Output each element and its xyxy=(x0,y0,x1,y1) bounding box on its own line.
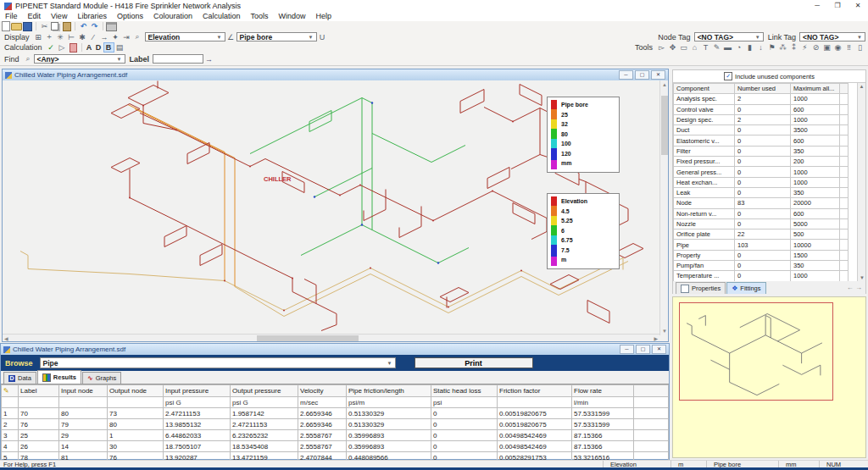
display-tool-icon[interactable]: ⁄ xyxy=(88,32,99,41)
results-row[interactable]: 2767980 13.98551322.472111532.66593460.5… xyxy=(2,419,669,430)
tool-icon[interactable]: ⊘ xyxy=(810,43,821,53)
overview-viewport[interactable] xyxy=(679,302,833,401)
results-row[interactable]: 4261430 18.750510718.53454082.55587670.3… xyxy=(2,441,669,452)
tool-icon[interactable]: ◉ xyxy=(832,43,843,53)
tab-results[interactable]: Results xyxy=(37,370,81,384)
display-tool-icon[interactable]: ✳ xyxy=(55,32,66,41)
menu-item[interactable]: Libraries xyxy=(72,12,112,21)
menu-item[interactable]: Window xyxy=(274,12,311,21)
undo-icon[interactable]: ↶ xyxy=(78,22,89,31)
tab-scroll-arrows[interactable]: ← → xyxy=(847,284,862,291)
results-col-header[interactable]: Input node xyxy=(59,385,108,397)
report-icon[interactable]: ▤ xyxy=(114,43,125,53)
menu-item[interactable]: Calculation xyxy=(198,12,246,21)
menu-item[interactable]: Edit xyxy=(23,12,47,21)
components-scrollbar[interactable]: ▲ ▼ xyxy=(857,83,865,281)
tool-icon[interactable]: ↓ xyxy=(755,43,766,53)
component-row[interactable]: Orifice plate22500 xyxy=(674,229,849,240)
close-button[interactable]: ✕ xyxy=(848,0,868,12)
tool-icon[interactable]: ▬ xyxy=(722,43,733,53)
units-button[interactable]: U xyxy=(317,32,328,41)
tool-icon[interactable]: ▻ xyxy=(656,43,667,53)
components-col-header[interactable]: Component xyxy=(674,84,735,94)
menu-item[interactable]: Tools xyxy=(246,12,274,21)
tab-fittings[interactable]: ❖ Fittings xyxy=(726,282,765,294)
tool-icon[interactable]: ⁑ xyxy=(788,43,799,53)
letter-button-b[interactable]: B xyxy=(103,42,114,53)
menu-item[interactable]: View xyxy=(46,12,72,21)
tool-icon[interactable]: ✥ xyxy=(667,43,678,53)
display-tool-icon[interactable]: ⇥ xyxy=(121,32,132,41)
tool-icon[interactable]: ⚡ xyxy=(799,43,810,53)
tab-data[interactable]: D Data xyxy=(3,372,36,384)
browse-combo[interactable]: Pipe▼ xyxy=(40,357,396,368)
drawing-canvas[interactable]: CHILLER Pipe bore 25 32 80 100 120 xyxy=(3,80,659,335)
component-row[interactable]: Property01500 xyxy=(674,250,849,260)
component-row[interactable]: Fixed pressur...0200 xyxy=(674,157,849,167)
canvas-vertical-scrollbar[interactable]: ▲ ▼ xyxy=(659,80,668,335)
display-tool-icon[interactable]: ✱ xyxy=(77,32,88,41)
link-tag-combo[interactable]: <NO TAG>▼ xyxy=(799,32,865,41)
menu-item[interactable]: Options xyxy=(112,12,148,21)
results-row[interactable]: 1708073 2.472111531.95871422.66593460.51… xyxy=(2,408,669,419)
label-input[interactable] xyxy=(153,54,203,64)
component-row[interactable]: Heat exchan...01000 xyxy=(674,177,849,187)
run-calculation-icon[interactable]: ▷ xyxy=(57,43,68,53)
copy-icon[interactable] xyxy=(50,22,61,31)
component-row[interactable]: Temperature ...01000 xyxy=(674,271,849,281)
include-unused-checkbox[interactable]: ✓ xyxy=(724,72,732,80)
search-icon[interactable]: ⌕ xyxy=(23,54,34,64)
results-maximize-button[interactable]: ▢ xyxy=(636,345,650,354)
results-col-header[interactable]: Output pressure xyxy=(231,385,298,397)
new-icon[interactable] xyxy=(0,22,11,31)
results-col-header[interactable]: Flow rate xyxy=(572,385,634,397)
display-tool-icon[interactable]: ＋ xyxy=(44,32,55,41)
component-row[interactable]: Filter0350 xyxy=(674,146,849,156)
component-row[interactable]: Control valve0600 xyxy=(674,104,849,114)
tool-icon[interactable]: ▭ xyxy=(678,43,689,53)
tab-graphs[interactable]: ∿ Graphs xyxy=(82,372,121,384)
results-minimize-button[interactable]: ─ xyxy=(620,345,634,354)
open-icon[interactable] xyxy=(11,22,22,31)
display-tool-icon[interactable]: ⊢ xyxy=(66,32,77,41)
colour-by-elevation-combo[interactable]: Elevation▼ xyxy=(145,32,225,41)
tool-icon[interactable]: ⁂ xyxy=(777,43,788,53)
display-tool-icon[interactable]: ✦ xyxy=(110,32,121,41)
minimize-button[interactable]: ─ xyxy=(807,0,827,12)
canvas-horizontal-scrollbar[interactable]: ◀ ▶ xyxy=(3,334,659,341)
component-row[interactable]: Nozzle05000 xyxy=(674,218,849,229)
component-row[interactable]: General press...01000 xyxy=(674,167,849,177)
angle-icon[interactable]: ∠ xyxy=(225,32,236,41)
tool-icon[interactable]: ⌂ xyxy=(689,43,700,53)
components-col-header[interactable]: Number used xyxy=(735,84,791,94)
tool-icon[interactable]: ▣ xyxy=(821,43,832,53)
display-tool-icon[interactable]: → xyxy=(99,32,110,41)
results-col-header[interactable]: Output node xyxy=(108,385,164,397)
drawing-close-button[interactable]: ✕ xyxy=(651,70,665,80)
letter-button-d[interactable]: D xyxy=(94,43,103,52)
results-close-button[interactable]: ✕ xyxy=(652,345,666,354)
go-find-icon[interactable]: → xyxy=(203,54,214,64)
delete-results-icon[interactable] xyxy=(68,43,79,53)
tool-icon[interactable]: ◔ xyxy=(733,43,744,53)
letter-button-a[interactable]: A xyxy=(85,43,94,52)
tool-icon[interactable]: ▯ xyxy=(854,43,865,53)
print-icon[interactable] xyxy=(106,22,117,31)
colour-by-pipebore-combo[interactable]: Pipe bore▼ xyxy=(236,32,317,41)
results-col-header[interactable]: Friction factor xyxy=(498,385,572,397)
component-row[interactable]: Design spec.21000 xyxy=(674,114,849,124)
component-row[interactable]: Leak0350 xyxy=(674,187,849,197)
tool-icon[interactable]: ‼ xyxy=(843,43,854,53)
tool-icon[interactable]: ⚑ xyxy=(766,43,777,53)
check-calculation-icon[interactable]: ✓ xyxy=(46,43,57,53)
find-type-combo[interactable]: <Any>▼ xyxy=(34,54,125,64)
results-col-header[interactable]: Velocity xyxy=(298,385,347,397)
menu-item[interactable]: Help xyxy=(311,12,337,21)
node-tag-combo[interactable]: <NO TAG>▼ xyxy=(694,32,764,41)
menu-item[interactable]: File xyxy=(0,12,23,21)
tool-icon[interactable]: ▮ xyxy=(744,43,755,53)
component-row[interactable]: Pipe10310000 xyxy=(674,240,849,250)
results-col-header[interactable]: Input pressure xyxy=(164,385,231,397)
results-col-header[interactable]: Pipe friction/length xyxy=(347,385,431,397)
component-row[interactable]: Analysis spec.21000 xyxy=(674,94,849,104)
